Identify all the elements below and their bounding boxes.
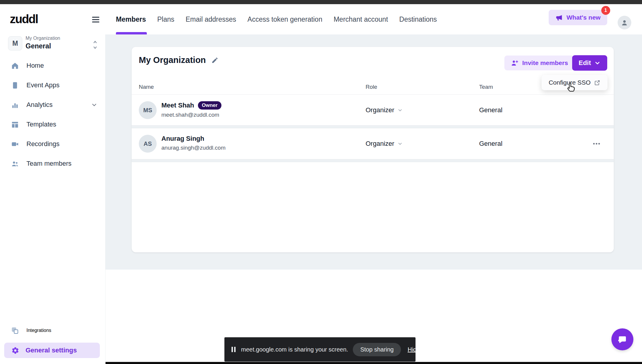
sidebar-item-label: Templates xyxy=(26,121,56,128)
team-value: General xyxy=(479,128,502,159)
role-dropdown[interactable]: Organizer xyxy=(366,128,403,159)
column-header-team: Team xyxy=(479,84,493,90)
team-members-icon xyxy=(11,160,19,168)
sidebar-item-label: Team members xyxy=(26,160,72,167)
active-tab-underline xyxy=(116,32,147,34)
column-header-role: Role xyxy=(366,84,377,90)
row-separator xyxy=(132,125,614,128)
chat-widget-button[interactable] xyxy=(611,328,633,350)
sidebar-item-label: General settings xyxy=(26,346,77,354)
tab-destinations[interactable]: Destinations xyxy=(399,15,437,23)
sidebar-item-templates[interactable]: Templates xyxy=(0,115,106,134)
org-name: General xyxy=(26,42,51,50)
sidebar-item-label: Integrations xyxy=(26,328,51,333)
sidebar-item-home[interactable]: Home xyxy=(0,56,106,75)
whats-new-button[interactable]: What's new 1 xyxy=(549,10,607,25)
member-email: anurag.singh@zuddl.com xyxy=(161,145,226,151)
configure-sso-menu-item[interactable]: Configure SSO xyxy=(542,75,608,90)
megaphone-icon xyxy=(555,14,563,22)
role-value: Organizer xyxy=(366,140,394,148)
home-icon xyxy=(11,62,19,70)
table-row: AS Anurag Singh anurag.singh@zuddl.com O… xyxy=(132,128,614,159)
chevron-down-icon xyxy=(397,107,403,113)
hide-link[interactable]: Hide xyxy=(407,346,420,353)
owner-badge: Owner xyxy=(198,101,221,110)
invite-members-button[interactable]: Invite members xyxy=(504,56,575,70)
chevron-down-icon xyxy=(397,141,403,146)
sidebar-item-general-settings[interactable]: General settings xyxy=(4,343,100,358)
settings-tabs: Members Plans Email addresses Access tok… xyxy=(116,4,437,34)
user-avatar[interactable] xyxy=(618,16,631,29)
sidebar-item-integrations[interactable]: Integrations xyxy=(0,324,106,337)
hamburger-icon[interactable] xyxy=(91,15,100,24)
sidebar-item-team-members[interactable]: Team members xyxy=(0,154,106,173)
video-progress-strip xyxy=(106,362,642,364)
chevron-down-icon xyxy=(91,102,97,108)
member-email: meet.shah@zuddl.com xyxy=(161,112,221,118)
sidebar-item-analytics[interactable]: Analytics xyxy=(0,95,106,115)
sidebar-item-label: Home xyxy=(26,62,44,69)
role-dropdown[interactable]: Organizer xyxy=(366,95,403,126)
org-logo: M xyxy=(8,36,22,50)
edit-label: Edit xyxy=(579,59,591,67)
org-label: My Organization xyxy=(26,36,60,41)
analytics-icon xyxy=(11,101,19,109)
event-apps-icon xyxy=(11,81,19,89)
recordings-icon xyxy=(11,140,19,148)
team-value: General xyxy=(479,95,502,126)
sidebar-item-label: Recordings xyxy=(26,140,59,148)
member-name: Meet Shah xyxy=(161,102,194,109)
column-header-name: Name xyxy=(139,84,154,90)
chevron-down-icon xyxy=(594,60,601,66)
browser-top-strip xyxy=(0,0,642,4)
avatar: MS xyxy=(139,101,157,119)
tab-access-token-generation[interactable]: Access token generation xyxy=(248,15,322,23)
edit-button[interactable]: Edit xyxy=(572,55,607,71)
tab-members[interactable]: Members xyxy=(116,15,146,23)
configure-sso-label: Configure SSO xyxy=(549,79,591,86)
user-avatar-icon xyxy=(620,18,629,27)
screen-share-banner: meet.google.com is sharing your screen. … xyxy=(224,337,416,362)
stop-sharing-button[interactable]: Stop sharing xyxy=(353,343,401,356)
table-row: MS Meet Shah Owner meet.shah@zuddl.com O… xyxy=(132,94,614,125)
notification-count-badge: 1 xyxy=(601,6,610,15)
tab-email-addresses[interactable]: Email addresses xyxy=(186,15,236,23)
tab-merchant-account[interactable]: Merchant account xyxy=(333,15,388,23)
chevron-up-down-icon xyxy=(92,39,99,50)
sidebar-nav: Home Event Apps Analytics xyxy=(0,56,106,173)
person-plus-icon xyxy=(511,59,519,67)
row-separator xyxy=(132,159,614,162)
invite-members-label: Invite members xyxy=(522,59,568,67)
share-banner-text: meet.google.com is sharing your screen. xyxy=(241,346,348,353)
external-link-icon xyxy=(594,80,600,86)
templates-icon xyxy=(11,121,19,129)
more-horizontal-icon[interactable] xyxy=(591,139,602,148)
integrations-icon xyxy=(11,327,19,335)
top-header: zuddl Members Plans Email addresses Acce… xyxy=(0,4,642,34)
sidebar-item-label: Analytics xyxy=(26,101,53,109)
role-value: Organizer xyxy=(366,106,394,114)
page-title: My Organization xyxy=(139,55,206,65)
sidebar-item-label: Event Apps xyxy=(26,81,59,89)
org-switcher[interactable]: M My Organization General xyxy=(0,36,106,55)
member-name: Anurag Singh xyxy=(161,135,204,143)
sidebar-item-recordings[interactable]: Recordings xyxy=(0,134,106,154)
avatar: AS xyxy=(139,135,157,153)
whats-new-label: What's new xyxy=(567,14,601,21)
app-root: zuddl Members Plans Email addresses Acce… xyxy=(0,0,642,364)
chat-bubble-icon xyxy=(617,334,628,345)
tab-plans[interactable]: Plans xyxy=(157,15,174,23)
sidebar: M My Organization General Home Event App… xyxy=(0,34,106,364)
edit-org-name-icon[interactable] xyxy=(211,57,218,64)
gear-icon xyxy=(11,346,19,354)
pause-icon xyxy=(231,346,236,353)
sidebar-item-event-apps[interactable]: Event Apps xyxy=(0,75,106,95)
zuddl-logo: zuddl xyxy=(10,12,38,26)
